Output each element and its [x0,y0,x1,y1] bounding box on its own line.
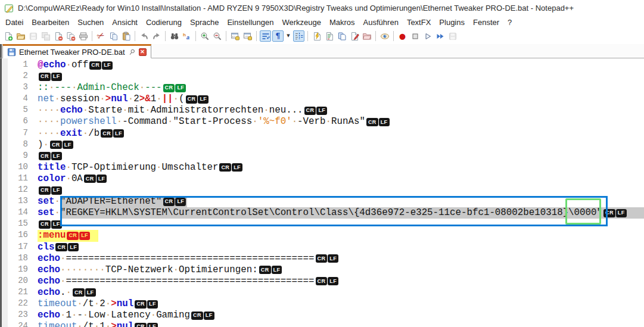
new-file-icon[interactable] [2,30,14,42]
show-all-characters-icon[interactable]: ¶ [272,30,284,42]
menu-einstellungen[interactable]: Einstellungen [223,17,278,28]
code-token: · [94,298,99,310]
code-token: ···· [38,105,60,116]
copy-icon[interactable] [108,30,119,42]
menu-ansicht[interactable]: Ansicht [108,17,142,28]
code-line: ····exit·/bCRLF [38,128,644,139]
code-token: ···· [38,128,60,139]
replace-icon[interactable]: ha [181,30,192,42]
find-icon[interactable] [169,30,180,42]
paste-icon[interactable] [120,30,132,42]
code-token: echo [38,310,60,321]
print-icon[interactable] [77,30,89,42]
menu-textfx[interactable]: TextFX [403,17,435,28]
macro-run-multiple-icon[interactable] [434,30,446,42]
code-token: Administratorrechten [151,105,264,116]
code-line: timeout·/t·2·>nulCRLF [38,298,644,310]
code-token: TCP-Optimierung [71,162,156,173]
save-file-icon [27,30,39,42]
code-token: '%~f0' [258,116,292,127]
redo-icon[interactable] [151,30,162,42]
eol-crlf-marker: CRLF [133,321,159,327]
eol-crlf-marker: CRLF [99,128,125,139]
menu-datei[interactable]: Datei [1,17,27,28]
menu-codierung[interactable]: Codierung [142,17,186,28]
code-token: session [60,94,99,105]
code-token: · [156,94,161,105]
toolbar-separator [307,31,308,41]
menu-plugins[interactable]: Plugins [435,17,469,28]
code-token: · [156,162,161,173]
menu-suchen[interactable]: Suchen [73,17,108,28]
code-line: clsCRLF [38,242,644,253]
code-token: ( [179,94,184,105]
code-line: echo·1·-·Low·Latency·GamingCRLF [38,310,644,321]
macro-stop-icon[interactable] [409,30,421,42]
zoom-out-icon[interactable] [211,30,223,42]
menu-werkzeuge[interactable]: Werkzeuge [278,17,325,28]
close-tab-icon[interactable]: ✕ [139,48,147,56]
code-line: title·TCP-Optimierung·UmschalterCRLF [38,162,644,173]
pin-icon[interactable] [126,46,137,57]
code-line: CRLF [38,71,644,82]
sync-horizontal-icon[interactable] [242,30,253,42]
code-token: 1 [151,94,156,105]
macro-record-icon[interactable]: ● [397,30,408,42]
tab-ethernet-tweaker[interactable]: Ethernet Tweaker PRO-DE.bat ✕ [2,44,151,58]
line-number: 22 [8,298,30,310]
close-file-icon[interactable] [52,30,64,42]
code-token: "Start-Process [173,116,253,127]
code-token: -Command [122,116,167,127]
document-map-icon[interactable] [311,30,322,42]
selection-fill [628,207,644,219]
menu-makros[interactable]: Makros [325,17,359,28]
menu-bearbeiten[interactable]: Bearbeiten [27,17,73,28]
svg-text:a: a [186,35,189,41]
menu-sprache[interactable]: Sprache [186,17,223,28]
eol-crlf-marker: CRLF [54,242,80,253]
code-token: · [105,321,111,327]
file-monitoring-icon[interactable] [379,30,390,42]
close-all-icon[interactable] [65,30,76,42]
project-folder-icon[interactable] [361,30,372,42]
code-token: set [38,196,54,207]
cut-icon[interactable]: ✂ [95,30,107,42]
code-token: /t [83,321,94,327]
code-token: · [71,82,77,94]
menu-ausführen[interactable]: Ausführen [359,17,403,28]
code-token: · [83,310,88,321]
code-token: @ [38,60,43,71]
code-token: off [71,60,88,71]
code-token: :menu [38,230,66,241]
sync-vertical-icon[interactable] [229,30,241,42]
code-token: · [128,94,133,105]
menu-fenster[interactable]: Fenster [469,17,503,28]
menu-help[interactable]: ? [503,17,516,28]
document-switcher-icon[interactable] [336,30,347,42]
code-token: · [49,82,54,94]
text-area[interactable]: @echo·offCRLFCRLF::·---·Admin-Check·---C… [38,58,644,327]
bookmark-margin [2,58,8,327]
line-number: 23 [8,310,30,321]
show-all-characters-dropdown-icon[interactable]: ▼ [285,30,292,42]
eol-crlf-marker: CRLF [303,105,329,116]
line-number: 9 [8,151,30,162]
eol-crlf-marker: CRLF [38,185,63,196]
code-token: color [38,173,66,185]
indent-guide-icon[interactable] [293,30,304,42]
svg-text:h: h [183,32,186,38]
macro-play-icon[interactable] [422,30,433,42]
eol-crlf-marker: CRLF [315,253,340,264]
line-number: 12 [8,185,30,196]
code-token: echo [38,287,60,298]
open-file-icon[interactable] [15,30,26,42]
code-token: 2 [99,298,105,310]
word-wrap-icon[interactable] [260,30,271,42]
function-list-icon[interactable] [323,30,335,42]
code-token: "REGKEY=HKLM\SYSTEM\CurrentControlSet\Co… [60,207,602,219]
edit-popup-icon[interactable] [349,30,360,42]
zoom-in-icon[interactable] [199,30,210,42]
code-token: nul [117,321,133,327]
undo-icon[interactable] [138,30,150,42]
code-line: echo········TCP-Netzwerk·Optimierungen:C… [38,264,644,276]
